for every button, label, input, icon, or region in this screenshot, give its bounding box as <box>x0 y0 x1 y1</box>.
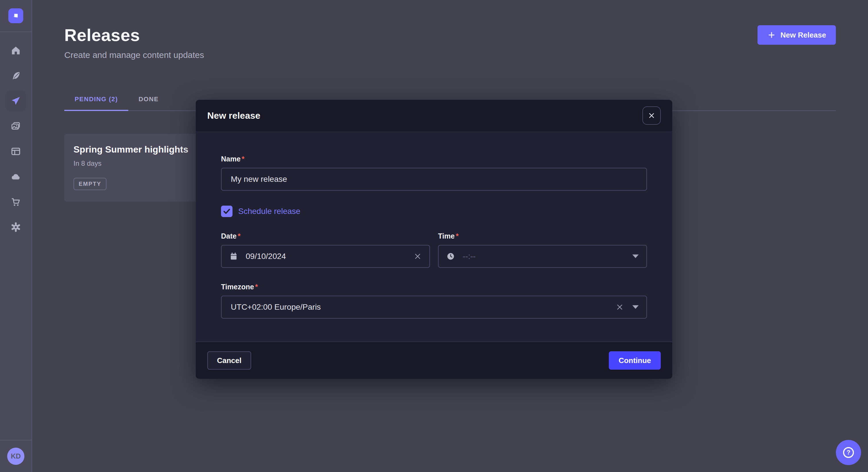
required-mark: * <box>242 155 245 163</box>
time-dropdown-caret[interactable] <box>632 254 639 259</box>
modal-close-button[interactable] <box>642 106 661 125</box>
date-field-actions <box>413 245 422 268</box>
modal-header: New release <box>196 100 672 132</box>
continue-button[interactable]: Continue <box>609 351 661 370</box>
timezone-field <box>221 296 647 318</box>
time-field-actions <box>632 245 639 268</box>
timezone-field-group: Timezone* <box>221 283 647 318</box>
timezone-input[interactable] <box>221 296 647 318</box>
timezone-field-actions <box>615 296 639 318</box>
date-field-group: Date* <box>221 232 430 268</box>
required-mark: * <box>255 283 258 291</box>
name-field-group: Name* <box>221 155 647 191</box>
new-release-modal: New release Name* Schedule release Date* <box>196 100 672 379</box>
app-root: KD Releases Create and manage content up… <box>0 0 868 472</box>
cancel-button[interactable]: Cancel <box>207 351 251 370</box>
date-input[interactable] <box>221 245 430 268</box>
check-icon <box>223 208 230 215</box>
date-label: Date* <box>221 232 430 240</box>
clear-icon <box>615 303 624 311</box>
time-label: Time* <box>438 232 647 240</box>
date-time-row: Date* <box>221 232 647 268</box>
schedule-checkbox[interactable] <box>221 206 232 217</box>
date-clear-button[interactable] <box>413 252 422 261</box>
modal-title: New release <box>207 110 260 121</box>
name-label: Name* <box>221 155 647 163</box>
required-mark: * <box>456 232 459 240</box>
time-input[interactable] <box>438 245 647 268</box>
timezone-label: Timezone* <box>221 283 647 291</box>
time-field <box>438 245 647 268</box>
name-input[interactable] <box>221 168 647 191</box>
modal-body: Name* Schedule release Date* <box>196 132 672 341</box>
modal-footer: Cancel Continue <box>196 341 672 379</box>
close-icon <box>648 111 656 120</box>
required-mark: * <box>238 232 241 240</box>
clear-icon <box>413 252 422 261</box>
chevron-down-icon <box>632 305 639 309</box>
date-field <box>221 245 430 268</box>
chevron-down-icon <box>632 254 639 259</box>
timezone-clear-button[interactable] <box>615 303 624 311</box>
schedule-release-row[interactable]: Schedule release <box>221 206 647 217</box>
timezone-dropdown-caret[interactable] <box>632 305 639 309</box>
time-field-group: Time* <box>438 232 647 268</box>
schedule-checkbox-label: Schedule release <box>238 207 300 216</box>
